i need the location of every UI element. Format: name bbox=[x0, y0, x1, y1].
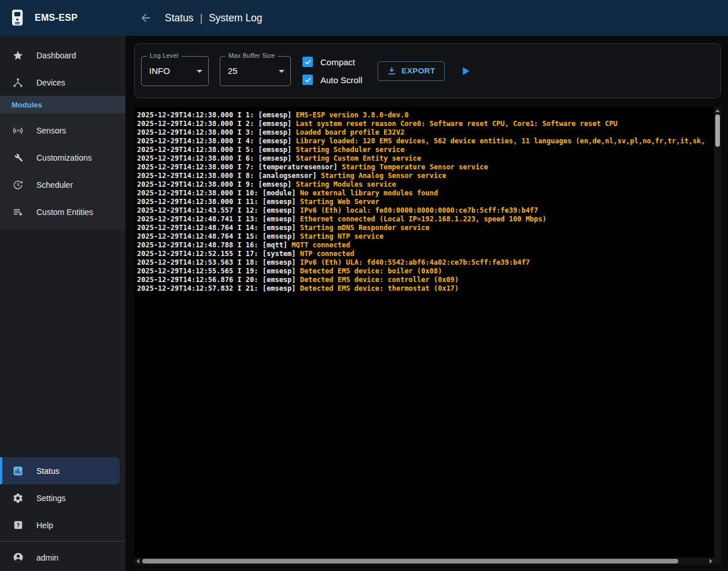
sidebar-user-label: admin bbox=[36, 553, 58, 562]
sensor-waves-icon bbox=[11, 124, 25, 138]
max-buffer-size-select[interactable]: Max Buffer Size 25 bbox=[220, 56, 291, 86]
log-lines: 2025-12-29T14:12:38.000 I 1: [emsesp] EM… bbox=[137, 111, 712, 555]
export-button[interactable]: EXPORT bbox=[378, 61, 445, 81]
scroll-up-arrow-icon[interactable] bbox=[714, 107, 721, 114]
log-line: 2025-12-29T14:12:38.000 I 10: [module] N… bbox=[137, 189, 712, 198]
sidebar-item-label: Sensors bbox=[36, 126, 66, 135]
play-icon bbox=[459, 65, 472, 77]
page-title: Status | System Log bbox=[165, 12, 263, 24]
max-buffer-size-select-value: 25 bbox=[228, 66, 238, 76]
gear-icon bbox=[11, 491, 25, 505]
sidebar-item-sensors[interactable]: Sensors bbox=[0, 117, 125, 144]
chevron-down-icon bbox=[279, 70, 284, 73]
compact-checkbox[interactable] bbox=[302, 57, 313, 67]
log-line: 2025-12-29T14:12:56.876 I 20: [emsesp] D… bbox=[137, 276, 712, 284]
max-buffer-size-select-label: Max Buffer Size bbox=[226, 52, 278, 59]
check-icon bbox=[304, 58, 312, 66]
star-icon bbox=[11, 49, 25, 62]
log-panel: 2025-12-29T14:12:38.000 I 1: [emsesp] EM… bbox=[134, 107, 721, 565]
compact-checkbox-row[interactable]: Compact bbox=[302, 57, 363, 67]
sidebar-item-status[interactable]: Status bbox=[0, 457, 120, 484]
sidebar-header: EMS-ESP bbox=[0, 0, 125, 36]
scrollbar-corner bbox=[714, 558, 721, 565]
scroll-left-arrow-icon[interactable] bbox=[134, 558, 141, 565]
sidebar-item-label: Scheduler bbox=[36, 180, 73, 190]
page-title-separator: | bbox=[200, 12, 203, 24]
account-circle-icon bbox=[11, 551, 25, 565]
tools-icon bbox=[11, 151, 25, 165]
sidebar-nav-bottom: Status Settings ? Help bbox=[0, 457, 125, 571]
sidebar-item-label: Settings bbox=[36, 494, 66, 503]
log-level-select-value: INFO bbox=[149, 66, 170, 76]
sidebar-item-help[interactable]: ? Help bbox=[0, 511, 125, 539]
log-line: 2025-12-29T14:12:53.563 I 18: [emsesp] I… bbox=[137, 258, 712, 267]
sidebar-item-label: Devices bbox=[36, 78, 65, 87]
sidebar-item-settings[interactable]: Settings bbox=[0, 484, 125, 511]
sidebar-item-label: Customizations bbox=[36, 153, 92, 162]
log-line: 2025-12-29T14:12:38.000 I 5: [emsesp] St… bbox=[137, 146, 712, 154]
sidebar-item-label: Status bbox=[36, 466, 60, 476]
log-level-select[interactable]: Log Level INFO bbox=[141, 56, 209, 86]
sidebar-item-label: Help bbox=[36, 521, 53, 530]
help-icon: ? bbox=[11, 518, 25, 532]
auto-scroll-checkbox-row[interactable]: Auto Scroll bbox=[302, 75, 363, 85]
checkbox-group: Compact Auto Scroll bbox=[302, 57, 363, 85]
log-line: 2025-12-29T14:12:55.565 I 19: [emsesp] D… bbox=[137, 267, 712, 276]
ems-esp-app: EMS-ESP Dashboard Devices bbox=[0, 0, 728, 571]
compact-checkbox-label: Compact bbox=[320, 57, 355, 67]
log-line: 2025-12-29T14:12:38.000 I 8: [analogsens… bbox=[137, 172, 712, 180]
sidebar-item-scheduler[interactable]: Scheduler bbox=[0, 171, 125, 198]
log-line: 2025-12-29T14:12:38.000 I 1: [emsesp] EM… bbox=[137, 111, 712, 120]
page-title-secondary: System Log bbox=[209, 12, 262, 24]
sidebar-section-modules: Modules bbox=[0, 96, 125, 113]
sidebar-item-label: Custom Entities bbox=[36, 207, 93, 217]
horizontal-scrollbar-thumb[interactable] bbox=[142, 559, 678, 563]
svg-text:?: ? bbox=[16, 522, 20, 528]
log-line: 2025-12-29T14:12:57.832 I 21: [emsesp] D… bbox=[137, 284, 712, 293]
log-line: 2025-12-29T14:12:38.000 I 4: [emsesp] Li… bbox=[137, 137, 712, 146]
log-line: 2025-12-29T14:12:48.764 I 15: [emsesp] S… bbox=[137, 232, 712, 241]
log-line: 2025-12-29T14:12:38.000 I 9: [emsesp] St… bbox=[137, 180, 712, 189]
back-arrow-icon[interactable] bbox=[138, 10, 153, 25]
vertical-scrollbar[interactable] bbox=[714, 107, 721, 558]
playlist-add-icon bbox=[11, 205, 25, 219]
device-hub-icon bbox=[11, 76, 25, 90]
log-line: 2025-12-29T14:12:48.788 I 16: [mqtt] MQT… bbox=[137, 241, 712, 250]
sidebar-item-custom-entities[interactable]: Custom Entities bbox=[0, 198, 125, 225]
sidebar-item-customizations[interactable]: Customizations bbox=[0, 144, 125, 171]
topbar: Status | System Log bbox=[125, 0, 728, 36]
modules-section-label: Modules bbox=[12, 101, 42, 109]
scroll-right-arrow-icon[interactable] bbox=[707, 558, 714, 565]
sidebar-item-devices[interactable]: Devices bbox=[0, 69, 125, 96]
sidebar-item-label: Dashboard bbox=[36, 51, 76, 60]
log-line: 2025-12-29T14:12:38.000 I 3: [emsesp] Lo… bbox=[137, 128, 712, 137]
clock-refresh-icon bbox=[11, 178, 25, 192]
sidebar-nav-modules: Sensors Customizations Scheduler bbox=[0, 113, 125, 230]
app-logo-icon bbox=[9, 8, 25, 28]
play-button[interactable] bbox=[457, 63, 474, 79]
main-content: Log Level INFO Max Buffer Size 25 Compac… bbox=[125, 36, 728, 571]
export-button-label: EXPORT bbox=[402, 66, 435, 75]
auto-scroll-checkbox[interactable] bbox=[302, 75, 313, 85]
log-line: 2025-12-29T14:12:43.557 I 12: [emsesp] I… bbox=[137, 206, 712, 215]
chevron-down-icon bbox=[197, 70, 202, 73]
sidebar-item-admin[interactable]: admin bbox=[0, 544, 125, 571]
page-title-primary: Status bbox=[165, 12, 194, 24]
sidebar-divider bbox=[0, 541, 125, 542]
horizontal-scrollbar[interactable] bbox=[134, 558, 714, 565]
log-line: 2025-12-29T14:12:52.155 I 17: [system] N… bbox=[137, 250, 712, 258]
sidebar: EMS-ESP Dashboard Devices bbox=[0, 0, 125, 571]
sidebar-nav-top: Dashboard Devices bbox=[0, 36, 125, 96]
app-title: EMS-ESP bbox=[35, 13, 77, 23]
log-line: 2025-12-29T14:12:38.000 I 2: [emsesp] La… bbox=[137, 120, 712, 128]
download-icon bbox=[387, 66, 397, 76]
log-line: 2025-12-29T14:12:38.000 I 6: [emsesp] St… bbox=[137, 154, 712, 163]
log-controls-card: Log Level INFO Max Buffer Size 25 Compac… bbox=[134, 43, 721, 98]
check-icon bbox=[304, 76, 312, 84]
vertical-scrollbar-thumb[interactable] bbox=[715, 114, 720, 147]
log-level-select-label: Log Level bbox=[147, 52, 182, 59]
sidebar-item-dashboard[interactable]: Dashboard bbox=[0, 42, 125, 69]
log-line: 2025-12-29T14:12:38.000 I 7: [temperatur… bbox=[137, 163, 712, 172]
log-line: 2025-12-29T14:12:38.000 I 11: [emsesp] S… bbox=[137, 198, 712, 206]
auto-scroll-checkbox-label: Auto Scroll bbox=[320, 75, 363, 85]
